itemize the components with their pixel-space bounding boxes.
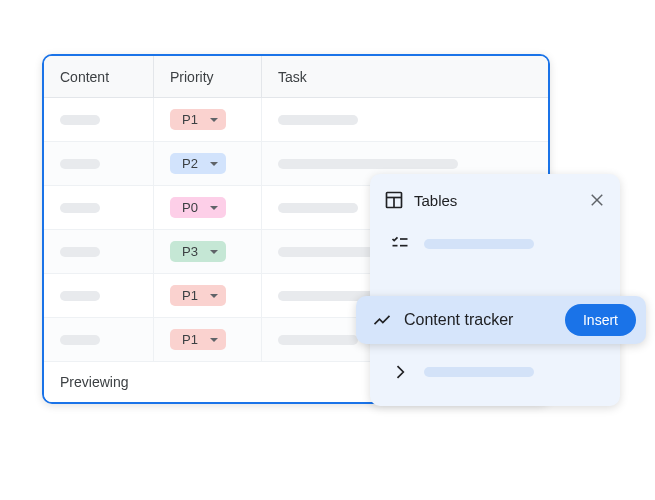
- priority-chip[interactable]: P0: [170, 197, 226, 218]
- chevron-down-icon: [210, 338, 218, 342]
- task-placeholder: [278, 203, 358, 213]
- preview-label: Previewing: [60, 374, 128, 390]
- panel-header: Tables: [384, 190, 606, 210]
- panel-item-placeholder: [424, 367, 534, 377]
- panel-item-more[interactable]: [384, 352, 606, 392]
- trend-icon: [372, 310, 392, 330]
- panel-item-placeholder: [424, 239, 534, 249]
- content-tracker-label: Content tracker: [404, 311, 553, 329]
- table-row[interactable]: P1: [44, 98, 548, 142]
- priority-chip[interactable]: P1: [170, 285, 226, 306]
- tables-panel: Tables: [370, 174, 620, 406]
- priority-chip[interactable]: P1: [170, 329, 226, 350]
- chevron-down-icon: [210, 162, 218, 166]
- priority-label: P1: [182, 332, 198, 347]
- priority-label: P0: [182, 200, 198, 215]
- priority-chip[interactable]: P1: [170, 109, 226, 130]
- priority-chip[interactable]: P3: [170, 241, 226, 262]
- content-placeholder: [60, 203, 100, 213]
- priority-chip[interactable]: P2: [170, 153, 226, 174]
- checklist-icon: [390, 234, 410, 254]
- column-header-priority[interactable]: Priority: [154, 56, 262, 97]
- column-header-content[interactable]: Content: [44, 56, 154, 97]
- priority-label: P1: [182, 112, 198, 127]
- panel-title: Tables: [414, 192, 457, 209]
- content-placeholder: [60, 335, 100, 345]
- insert-button[interactable]: Insert: [565, 304, 636, 336]
- chevron-down-icon: [210, 294, 218, 298]
- content-placeholder: [60, 115, 100, 125]
- content-placeholder: [60, 247, 100, 257]
- priority-label: P1: [182, 288, 198, 303]
- chevron-right-icon: [390, 362, 410, 382]
- content-placeholder: [60, 159, 100, 169]
- priority-label: P2: [182, 156, 198, 171]
- task-placeholder: [278, 159, 458, 169]
- panel-item-content-tracker[interactable]: Content tracker Insert: [356, 296, 646, 344]
- chevron-down-icon: [210, 118, 218, 122]
- chevron-down-icon: [210, 206, 218, 210]
- close-icon[interactable]: [588, 191, 606, 209]
- panel-item-checklist[interactable]: [384, 224, 606, 264]
- chevron-down-icon: [210, 250, 218, 254]
- priority-label: P3: [182, 244, 198, 259]
- task-placeholder: [278, 115, 358, 125]
- table-icon: [384, 190, 404, 210]
- content-placeholder: [60, 291, 100, 301]
- table-header-row: Content Priority Task: [44, 56, 548, 98]
- column-header-task[interactable]: Task: [262, 56, 548, 97]
- task-placeholder: [278, 335, 358, 345]
